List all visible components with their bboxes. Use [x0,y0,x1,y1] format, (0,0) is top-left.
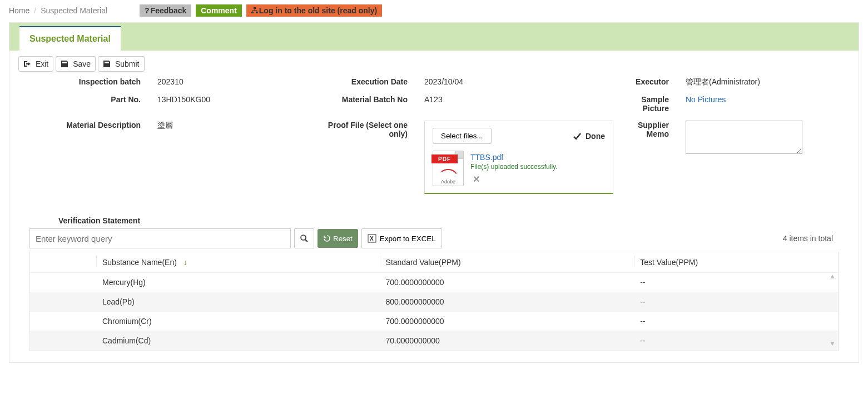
save-button[interactable]: Save [56,56,96,72]
feedback-label: Feedback [151,6,187,15]
breadcrumb-current: Suspected Material [41,6,107,15]
excel-icon: X [368,234,376,243]
exit-icon [23,60,31,68]
col-header-standard-label: Standard Value(PPM) [386,258,461,267]
save-label: Save [73,59,91,68]
row-substance: Mercury(Hg) [97,273,380,292]
part-no-value: 13HD150KG00 [157,95,313,104]
pdf-icon: PDF Adobe [433,151,464,186]
col-header-test-label: Test Value(PPM) [640,258,698,267]
proof-file-cell: Select files... Done PDF [424,121,613,194]
row-standard: 70.0000000000 [380,331,635,351]
breadcrumb: Home / Suspected Material [9,6,107,15]
grid-controls: Reset X Export to EXCEL 4 items in total [29,228,839,248]
row-substance: Cadmium(Cd) [97,331,380,351]
svg-text:X: X [370,236,374,242]
row-test: -- [634,273,838,292]
breadcrumb-home[interactable]: Home [9,6,29,15]
grid-total-count: 4 items in total [783,234,833,243]
material-batch-no-value: A123 [424,95,613,104]
row-icon-cell [30,292,97,312]
row-substance: Chromium(Cr) [97,312,380,331]
oldsite-button[interactable]: Log in to the old site (read only) [246,4,382,17]
question-icon: ? [145,6,150,15]
table-row[interactable]: Cadmium(Cd)70.0000000000-- [30,331,838,351]
exit-button[interactable]: Exit [18,56,53,72]
keyword-search-input[interactable] [29,228,291,248]
export-label: Export to EXCEL [380,235,436,243]
upload-status-msg: File(s) uploaded successfully. [470,163,558,171]
sample-picture-link[interactable]: No Pictures [686,95,852,104]
col-header-standard[interactable]: Standard Value(PPM) [380,252,635,273]
reset-icon [323,235,331,242]
panel-header: Suspected Material [9,23,859,51]
proof-file-label: Proof File (Select one only) [313,121,424,138]
row-test: -- [634,292,838,312]
table-row[interactable]: Lead(Pb)800.0000000000-- [30,292,838,312]
action-toolbar: Exit Save Submit [18,56,850,72]
material-description-value: 塗層 [157,121,313,131]
svg-rect-0 [254,7,256,9]
uploaded-filename[interactable]: TTBS.pdf [470,153,558,162]
sitemap-icon [251,7,258,14]
save-icon [61,60,68,68]
row-icon-cell [30,273,97,292]
material-batch-no-label: Material Batch No [313,95,424,104]
sort-down-icon: ↓ [183,258,187,267]
svg-point-3 [301,235,306,240]
remove-file-button[interactable]: ✕ [473,174,558,184]
execution-date-value: 2023/10/04 [424,77,613,86]
reset-button[interactable]: Reset [318,229,358,248]
scroll-down-icon[interactable]: ▼ [829,340,836,347]
execution-date-label: Execution Date [313,77,424,86]
exit-label: Exit [36,59,48,68]
submit-label: Submit [115,59,140,68]
export-excel-button[interactable]: X Export to EXCEL [361,228,442,248]
verification-section-label: Verification Statement [58,216,850,225]
supplier-memo-label: Supplier Memo [613,121,686,138]
sample-picture-label: Sample Picture [613,95,686,113]
done-label: Done [586,132,605,141]
submit-icon [103,60,111,68]
search-button[interactable] [294,228,314,248]
details-grid: Inspection batch 202310 Execution Date 2… [18,77,850,194]
main-panel: Suspected Material Exit Save Subm [9,22,859,363]
tab-suspected-material[interactable]: Suspected Material [19,26,121,51]
scroll-up-icon[interactable]: ▲ [829,272,836,280]
row-icon-cell [30,331,97,351]
comment-button[interactable]: Comment [196,4,242,17]
breadcrumb-separator: / [34,6,36,15]
top-bar: Home / Suspected Material ? Feedback Com… [9,4,859,17]
uploaded-file: PDF Adobe TTBS.pdf File(s) uploaded succ… [433,151,605,186]
row-substance: Lead(Pb) [97,292,380,312]
svg-rect-2 [256,12,258,13]
submit-button[interactable]: Submit [98,56,144,72]
executor-label: Executor [613,77,686,86]
feedback-button[interactable]: ? Feedback [140,4,191,17]
file-upload-box: Select files... Done PDF [424,121,613,194]
check-icon [572,131,582,141]
inspection-batch-label: Inspection batch [18,77,157,86]
col-header-test[interactable]: Test Value(PPM) [634,252,838,273]
svg-line-4 [305,240,307,242]
material-description-label: Material Description [18,121,157,129]
row-test: -- [634,331,838,351]
part-no-label: Part No. [18,95,157,104]
col-header-substance[interactable]: Substance Name(En) ↓ [97,252,380,273]
inspection-batch-value: 202310 [157,77,313,86]
upload-done-status: Done [572,131,605,141]
row-standard: 800.0000000000 [380,292,635,312]
col-header-substance-label: Substance Name(En) [102,258,177,267]
row-standard: 700.0000000000 [380,273,635,292]
select-files-button[interactable]: Select files... [433,128,492,144]
row-icon-cell [30,312,97,331]
supplier-memo-input[interactable] [686,121,802,154]
search-icon [300,234,309,243]
row-standard: 700.0000000000 [380,312,635,331]
reset-label: Reset [333,235,353,243]
verification-grid: Substance Name(En) ↓ Standard Value(PPM)… [29,252,839,351]
executor-value: 管理者(Administrator) [686,77,852,87]
table-row[interactable]: Chromium(Cr)700.0000000000-- [30,312,838,331]
row-test: -- [634,312,838,331]
table-row[interactable]: Mercury(Hg)700.0000000000-- [30,273,838,292]
